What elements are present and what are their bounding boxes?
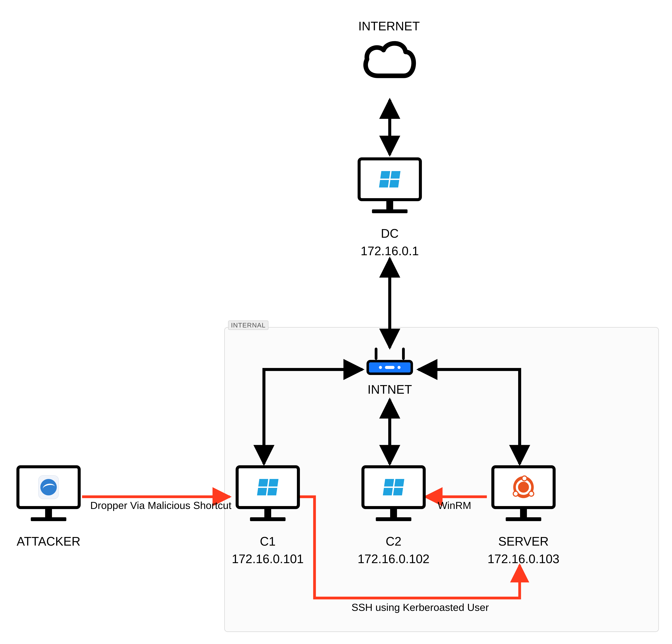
node-c1: C1 172.16.0.101 [232, 465, 304, 566]
computer-icon [16, 465, 81, 530]
node-c1-label: C1 [260, 534, 276, 549]
node-dc: DC 172.16.0.1 [358, 157, 422, 258]
node-intnet-label: INTNET [368, 382, 412, 397]
router-icon [365, 348, 415, 378]
node-server: SERVER 172.16.0.103 [488, 465, 560, 566]
node-attacker-label: ATTACKER [17, 534, 81, 549]
windows-icon [379, 171, 400, 187]
computer-icon [491, 465, 556, 530]
node-c2-ip: 172.16.0.102 [358, 552, 430, 566]
computer-icon [236, 465, 300, 530]
edge-label-server-c2: WinRM [437, 500, 471, 511]
node-dc-ip: 172.16.0.1 [361, 244, 419, 258]
node-internet-label: INTERNET [358, 19, 420, 33]
node-server-label: SERVER [498, 534, 549, 549]
ubuntu-icon [513, 476, 534, 498]
node-c2: C2 172.16.0.102 [358, 465, 430, 566]
diagram-canvas: INTERNAL INTERNET [0, 0, 672, 644]
node-c2-label: C2 [386, 534, 401, 549]
cloud-icon [360, 39, 419, 80]
windows-icon [383, 479, 404, 495]
computer-icon [361, 465, 426, 530]
node-c1-ip: 172.16.0.101 [232, 552, 304, 566]
node-server-ip: 172.16.0.103 [488, 552, 560, 566]
kali-icon [38, 475, 59, 499]
node-attacker: ATTACKER [16, 465, 81, 549]
node-internet: INTERNET [358, 19, 420, 80]
node-dc-label: DC [381, 226, 399, 241]
group-internal-tag: INTERNAL [228, 320, 268, 330]
edge-label-c1-server: SSH using Kerberoasted User [351, 601, 489, 613]
edge-label-attacker-c1: Dropper Via Malicious Shortcut [90, 500, 231, 511]
node-intnet: INTNET [365, 348, 415, 397]
windows-icon [257, 479, 278, 495]
computer-icon [358, 157, 422, 222]
